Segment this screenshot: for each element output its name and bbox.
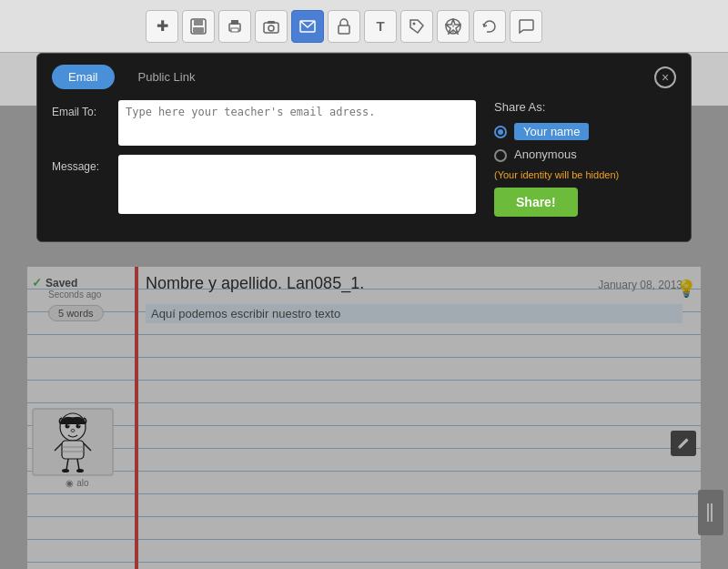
modal-form: Email To: Message: [52, 100, 476, 223]
anonymous-label: Anonymous [514, 147, 577, 161]
toolbar: ✚ T [0, 0, 728, 53]
tab-public-link[interactable]: Public Link [122, 65, 212, 89]
share-button[interactable]: Share! [494, 188, 578, 217]
message-row: Message: [52, 155, 476, 214]
email-modal: Email Public Link × Email To: Message: S… [36, 53, 692, 242]
share-as-label: Share As: [494, 100, 676, 114]
toolbar-print-btn[interactable] [218, 10, 251, 43]
toolbar-undo-btn[interactable] [473, 10, 506, 43]
tab-email[interactable]: Email [52, 65, 115, 89]
toolbar-email-btn[interactable] [291, 10, 324, 43]
message-label: Message: [52, 155, 111, 173]
svg-rect-10 [339, 25, 349, 34]
message-input[interactable] [118, 155, 476, 214]
toolbar-star-btn[interactable] [437, 10, 470, 43]
modal-tabs: Email Public Link × [37, 54, 691, 89]
svg-rect-8 [268, 21, 275, 24]
toolbar-tag-btn[interactable] [400, 10, 433, 43]
email-input[interactable] [118, 100, 476, 146]
email-label: Email To: [52, 100, 111, 118]
svg-point-7 [268, 25, 274, 31]
toolbar-chat-btn[interactable] [510, 10, 542, 43]
svg-rect-4 [231, 20, 238, 25]
email-row: Email To: [52, 100, 476, 146]
hidden-note: (Your identity will be hidden) [494, 169, 619, 180]
svg-point-11 [413, 22, 416, 25]
svg-rect-5 [231, 28, 238, 32]
main-area: ✓ Saved Seconds ago 5 words [0, 53, 728, 569]
modal-body: Email To: Message: Share As: Your name A [37, 89, 691, 223]
share-option-anonymous: Anonymous (Your identity will be hidden) [494, 147, 676, 180]
radio-your-name[interactable] [494, 126, 507, 138]
your-name-label: Your name [514, 123, 589, 140]
share-option-your-name: Your name [494, 123, 676, 140]
toolbar-camera-btn[interactable] [255, 10, 288, 43]
toolbar-add-btn[interactable]: ✚ [146, 10, 178, 43]
svg-rect-1 [194, 19, 203, 25]
toolbar-text-btn[interactable]: T [364, 10, 397, 43]
close-button[interactable]: × [654, 66, 676, 88]
share-as-panel: Share As: Your name Anonymous (Your iden… [494, 100, 676, 223]
radio-anonymous[interactable] [494, 149, 507, 162]
toolbar-save-btn[interactable] [182, 10, 215, 43]
svg-rect-2 [193, 27, 204, 33]
toolbar-lock-btn[interactable] [328, 10, 360, 43]
